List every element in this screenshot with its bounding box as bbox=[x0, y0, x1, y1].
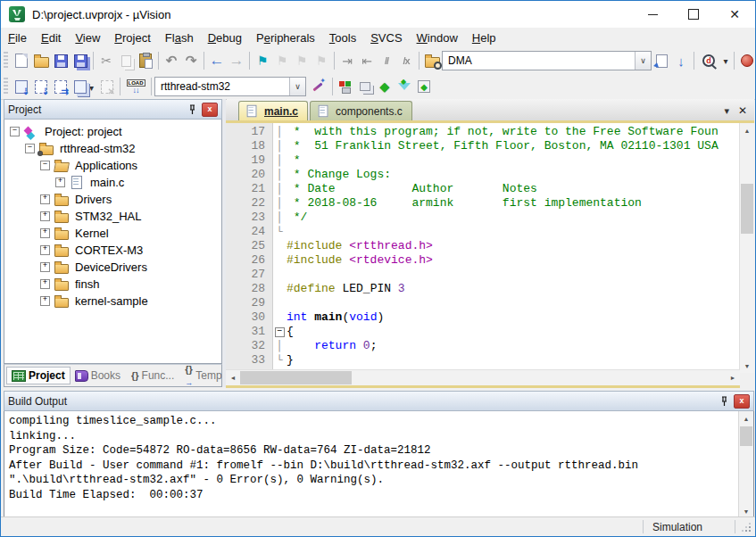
tree-item-project-project[interactable]: −Project: project bbox=[4, 123, 221, 140]
select-software-packs-button[interactable] bbox=[395, 77, 414, 96]
save-all-button[interactable] bbox=[71, 51, 90, 70]
comment-selection-button[interactable] bbox=[377, 51, 396, 70]
scroll-thumb[interactable] bbox=[740, 426, 752, 446]
download-to-flash-button[interactable]: LOAD↓↓ bbox=[123, 77, 148, 96]
expand-icon[interactable]: + bbox=[40, 194, 50, 204]
expand-icon[interactable]: + bbox=[55, 178, 65, 187]
tree-item-kernel[interactable]: +Kernel bbox=[4, 225, 221, 242]
search-value[interactable]: DMA bbox=[443, 54, 635, 67]
copy-button[interactable] bbox=[116, 51, 136, 70]
tree-item-rtthread-stm32[interactable]: −rtthread-stm32 bbox=[4, 140, 221, 157]
batch-build-dropdown-icon[interactable] bbox=[89, 80, 94, 94]
tree-item-kernel-sample[interactable]: +kernel-sample bbox=[4, 293, 221, 310]
build-button[interactable]: ⇣ bbox=[31, 77, 51, 96]
tab-list-dropdown-icon[interactable] bbox=[724, 102, 729, 118]
scroll-up-icon[interactable]: ▲ bbox=[740, 123, 754, 137]
code-editor[interactable]: 17│ * with this program; if not, write t… bbox=[226, 123, 740, 373]
open-file-button[interactable] bbox=[31, 51, 51, 70]
navigate-back-button[interactable] bbox=[207, 51, 227, 70]
tree-item-cortex-m3[interactable]: +CORTEX-M3 bbox=[4, 242, 221, 259]
pin-icon[interactable] bbox=[718, 395, 730, 408]
expand-icon[interactable]: + bbox=[40, 245, 50, 255]
tree-item-finsh[interactable]: +finsh bbox=[4, 276, 221, 293]
cut-button[interactable] bbox=[96, 51, 116, 70]
scroll-track[interactable] bbox=[740, 234, 754, 359]
target-select-combobox[interactable]: rtthread-stm32 bbox=[154, 77, 306, 96]
menu-svcs[interactable]: SVCS bbox=[363, 29, 409, 46]
paste-button[interactable] bbox=[136, 51, 155, 70]
menu-file[interactable]: File bbox=[1, 29, 34, 46]
search-combobox[interactable]: DMA bbox=[442, 51, 652, 70]
target-dropdown-icon[interactable] bbox=[289, 78, 305, 95]
stop-build-button[interactable]: ✕ bbox=[97, 77, 117, 96]
menu-edit[interactable]: Edit bbox=[34, 29, 68, 46]
find-button[interactable]: d bbox=[697, 51, 720, 70]
pack-installer-button[interactable] bbox=[414, 77, 434, 96]
navigate-forward-button[interactable] bbox=[227, 51, 246, 70]
menu-view[interactable]: View bbox=[68, 29, 107, 46]
redo-button[interactable] bbox=[181, 51, 201, 70]
translate-file-button[interactable]: ⇣ bbox=[12, 77, 31, 96]
expand-icon[interactable]: + bbox=[40, 211, 50, 221]
editor-vertical-scrollbar[interactable]: ▲ ▼ bbox=[739, 123, 754, 373]
incremental-find-button[interactable] bbox=[671, 51, 691, 70]
search-dropdown-icon[interactable] bbox=[635, 52, 651, 70]
scroll-thumb[interactable] bbox=[240, 371, 352, 384]
target-value[interactable]: rtthread-stm32 bbox=[155, 80, 289, 93]
expand-icon[interactable]: + bbox=[40, 228, 50, 238]
menu-peripherals[interactable]: Peripherals bbox=[249, 29, 322, 46]
tab-components-c[interactable]: components.c bbox=[310, 101, 412, 120]
collapse-icon[interactable]: − bbox=[25, 144, 35, 153]
collapse-icon[interactable]: − bbox=[40, 161, 50, 170]
scroll-thumb[interactable] bbox=[741, 184, 753, 234]
batch-build-button[interactable] bbox=[71, 77, 97, 96]
maximize-button[interactable] bbox=[673, 1, 714, 28]
next-bookmark-button[interactable] bbox=[292, 51, 312, 70]
toolbar-grip[interactable] bbox=[4, 78, 8, 95]
find-in-files-button[interactable] bbox=[422, 51, 442, 70]
tree-item-stm32-hal[interactable]: +STM32_HAL bbox=[4, 208, 221, 225]
close-document-icon[interactable] bbox=[738, 102, 747, 118]
toggle-bookmark-button[interactable] bbox=[253, 51, 272, 70]
new-file-button[interactable] bbox=[12, 51, 31, 70]
tab-main-c[interactable]: main.c bbox=[238, 101, 308, 120]
build-output-scrollbar[interactable]: ▲ ▼ bbox=[738, 411, 753, 518]
scroll-track[interactable] bbox=[739, 446, 753, 504]
find-dropdown-icon[interactable] bbox=[720, 51, 731, 70]
file-extensions-button[interactable] bbox=[355, 77, 375, 96]
menu-flash[interactable]: Flash bbox=[158, 29, 201, 46]
fold-margin[interactable]: − bbox=[272, 325, 287, 339]
panel-tab-project[interactable]: Project bbox=[6, 367, 71, 384]
options-for-target-button[interactable] bbox=[306, 77, 329, 96]
tree-item-applications[interactable]: −Applications bbox=[4, 157, 221, 174]
fold-collapse-icon[interactable]: − bbox=[275, 327, 285, 337]
expand-icon[interactable]: + bbox=[40, 296, 50, 306]
clear-bookmarks-button[interactable] bbox=[312, 51, 331, 70]
scroll-track[interactable] bbox=[352, 370, 726, 385]
previous-bookmark-button[interactable] bbox=[272, 51, 292, 70]
tree-item-main-c[interactable]: +main.c bbox=[4, 174, 221, 191]
manage-rte-button[interactable] bbox=[375, 77, 395, 96]
unindent-button[interactable] bbox=[357, 51, 377, 70]
build-output-close-button[interactable] bbox=[734, 394, 750, 409]
project-panel-close-button[interactable] bbox=[202, 103, 218, 117]
indent-button[interactable] bbox=[337, 51, 357, 70]
find-in-files-dialog-button[interactable] bbox=[652, 51, 671, 70]
scroll-left-icon[interactable]: ◄ bbox=[226, 370, 240, 385]
menu-window[interactable]: Window bbox=[410, 29, 465, 46]
collapse-icon[interactable]: − bbox=[10, 127, 20, 136]
panel-tab-func[interactable]: Func... bbox=[127, 368, 179, 384]
rebuild-all-button[interactable]: ⇉ bbox=[51, 77, 71, 96]
save-button[interactable] bbox=[51, 51, 71, 70]
scroll-right-icon[interactable]: ► bbox=[726, 370, 740, 385]
menu-debug[interactable]: Debug bbox=[201, 29, 249, 46]
menu-tools[interactable]: Tools bbox=[322, 29, 363, 46]
menu-project[interactable]: Project bbox=[107, 29, 158, 46]
expand-icon[interactable]: + bbox=[40, 279, 50, 289]
toolbar-grip[interactable] bbox=[4, 52, 8, 70]
scroll-up-icon[interactable]: ▲ bbox=[739, 411, 753, 425]
undo-button[interactable] bbox=[162, 51, 181, 70]
manage-project-items-button[interactable] bbox=[336, 77, 355, 96]
menu-help[interactable]: Help bbox=[465, 29, 503, 46]
resize-grip[interactable] bbox=[749, 530, 751, 532]
